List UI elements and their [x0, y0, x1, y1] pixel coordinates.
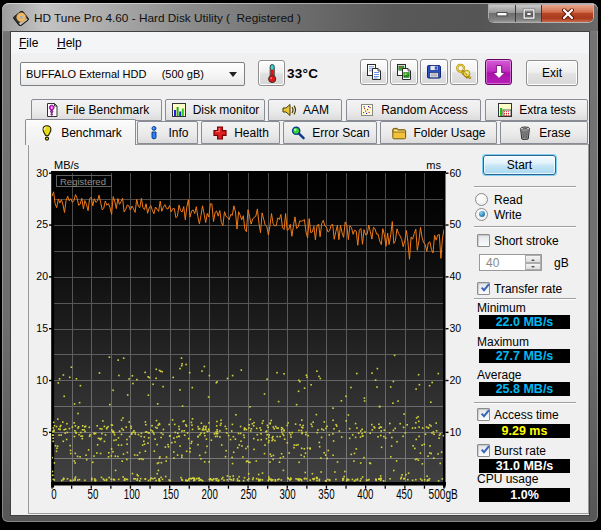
cpu-usage-label: CPU usage: [477, 473, 538, 486]
y-left-tick: 20: [36, 270, 48, 282]
page-border: [28, 513, 589, 514]
y-right-tick: 40: [450, 270, 462, 282]
screen: HD Tune Pro 4.60 - Hard Disk Utility ( R…: [0, 0, 601, 530]
y-right-axis-title: ms: [426, 159, 441, 171]
access-time-label: Access time: [494, 409, 559, 422]
x-tick: 250: [241, 486, 257, 502]
separator: [474, 226, 576, 228]
x-tick: 0: [51, 486, 57, 502]
burst-rate-checkbox[interactable]: [477, 444, 490, 457]
maximum-value: 27.7 MB/s: [479, 349, 570, 363]
y-left-tick: 25: [36, 218, 48, 230]
registered-overlay: Registered: [57, 176, 112, 187]
separator: [474, 186, 576, 188]
burst-rate-value: 31.0 MB/s: [479, 459, 570, 473]
exclamation-lamp-icon: [39, 125, 55, 141]
start-button[interactable]: Start: [483, 155, 556, 175]
y-right-tick: 60: [450, 167, 462, 179]
check-icon: [479, 443, 492, 456]
spin-down-button[interactable]: [525, 263, 541, 271]
y-left-axis-title: MB/s: [54, 159, 80, 171]
y-right-tick: 30: [450, 322, 462, 334]
write-label: Write: [494, 209, 522, 222]
burst-rate-label: Burst rate: [494, 445, 546, 458]
page-border: [588, 144, 589, 513]
transfer-rate-label: Transfer rate: [494, 283, 562, 296]
y-left-tick: 15: [36, 322, 48, 334]
x-tick: 200: [202, 486, 218, 502]
page-border: [28, 144, 29, 513]
write-radio[interactable]: [475, 208, 488, 221]
down-arrow-icon: [531, 266, 535, 268]
up-arrow-icon: [531, 259, 535, 261]
x-tick: 150: [163, 486, 179, 502]
maximum-label: Maximum: [477, 336, 529, 349]
short-stroke-label: Short stroke: [494, 235, 559, 248]
transfer-rate-checkbox[interactable]: [477, 282, 490, 295]
y-left-tick: 10: [36, 374, 48, 386]
svg-text:Registered: Registered: [60, 176, 106, 187]
x-tick: 300: [279, 486, 295, 502]
x-tick: 50: [88, 486, 99, 502]
access-time-value: 9.29 ms: [479, 424, 570, 438]
access-time-checkbox[interactable]: [477, 408, 490, 421]
y-right-tick: 50: [450, 218, 462, 230]
capacity-value: 40: [486, 256, 499, 270]
tab-label: Benchmark: [61, 126, 122, 140]
y-right-tick: 20: [450, 374, 462, 386]
x-tick: 450: [396, 486, 412, 502]
check-icon: [479, 281, 492, 294]
spin-up-button[interactable]: [525, 255, 541, 263]
read-radio[interactable]: [475, 193, 488, 206]
x-tick: 500gB: [429, 486, 458, 502]
capacity-unit-label: gB: [554, 257, 569, 270]
average-value: 25.8 MB/s: [479, 382, 570, 396]
ui-layer: HD Tune Pro 4.60 - Hard Disk Utility ( R…: [0, 0, 601, 530]
capacity-spinner[interactable]: 40: [479, 254, 542, 271]
y-left-tick: 30: [36, 167, 48, 179]
minimum-label: Minimum: [477, 302, 526, 315]
average-label: Average: [477, 369, 521, 382]
read-label: Read: [494, 194, 523, 207]
short-stroke-checkbox[interactable]: [477, 234, 490, 247]
x-tick: 100: [124, 486, 140, 502]
separator: [474, 402, 576, 404]
separator: [474, 298, 576, 300]
x-tick: 400: [357, 486, 373, 502]
radio-dot: [479, 211, 485, 217]
y-right-tick: 10: [450, 426, 462, 438]
minimum-value: 22.0 MB/s: [479, 315, 570, 329]
spinner-buttons: [525, 255, 541, 270]
cpu-usage-value: 1.0%: [479, 488, 570, 502]
x-tick: 350: [318, 486, 334, 502]
tab-benchmark[interactable]: Benchmark: [25, 119, 136, 145]
y-left-tick: 5: [42, 426, 48, 438]
check-icon: [479, 407, 492, 420]
